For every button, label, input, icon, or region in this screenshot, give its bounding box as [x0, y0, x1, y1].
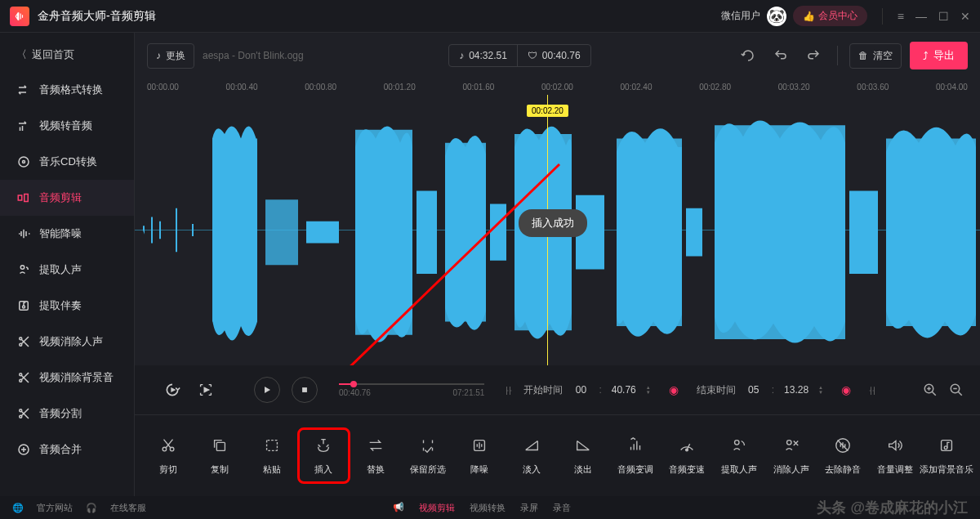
play-button[interactable]	[254, 377, 280, 403]
loop-button[interactable]	[159, 377, 185, 403]
svg-rect-20	[302, 387, 307, 392]
vip-button[interactable]: 👍 会员中心	[793, 6, 867, 26]
music-note-icon: ♪	[459, 50, 464, 61]
remove-vocal-icon	[782, 436, 801, 455]
insert-icon	[314, 436, 333, 455]
end-mm-input[interactable]	[741, 384, 767, 396]
tool-copy[interactable]: 复制	[195, 429, 246, 482]
tool-remove-silence[interactable]: 去除静音	[817, 429, 868, 482]
footer-tab-video-edit[interactable]: 视频剪辑	[419, 502, 455, 514]
stop-button[interactable]	[292, 377, 318, 403]
menu-icon[interactable]: ≡	[898, 10, 904, 23]
tool-remove-vocal[interactable]: 消除人声	[766, 429, 817, 482]
fade-in-icon	[522, 436, 541, 455]
start-spinner[interactable]: ▲▼	[646, 385, 651, 395]
sidebar-item-extract-accompaniment[interactable]: 提取伴奏	[0, 288, 134, 324]
tool-cut[interactable]: 剪切	[143, 429, 194, 482]
sidebar-item-format-convert[interactable]: 音频格式转换	[0, 72, 134, 108]
footer-tab-screen-record[interactable]: 录屏	[520, 502, 538, 514]
sidebar-item-video-to-audio[interactable]: 视频转音频	[0, 108, 134, 144]
titlebar: 金舟音频大师-音频剪辑 微信用户 🐼 👍 会员中心 ≡ — ☐ ✕	[0, 0, 980, 33]
tool-insert[interactable]: 插入	[299, 429, 350, 482]
tool-keep-selection[interactable]: 保留所选	[403, 429, 453, 482]
svg-point-30	[786, 441, 791, 445]
sidebar-item-extract-vocal[interactable]: 提取人声	[0, 252, 134, 288]
maximize-icon[interactable]: ☐	[938, 10, 949, 23]
redo-forward-button[interactable]	[801, 43, 826, 68]
replace-file-button[interactable]: ♪ 更换	[147, 43, 194, 69]
selection-play-button[interactable]	[197, 381, 215, 399]
sidebar-item-audio-split[interactable]: 音频分割	[0, 396, 134, 432]
tool-paste[interactable]: 粘贴	[247, 429, 297, 482]
shield-icon: 🛡	[528, 50, 537, 61]
tool-replace[interactable]: 替换	[350, 429, 401, 482]
zoom-in-button[interactable]	[923, 383, 938, 397]
end-ss-input[interactable]	[779, 384, 813, 396]
avatar[interactable]: 🐼	[767, 7, 786, 26]
tool-fade-in[interactable]: 淡入	[506, 429, 557, 482]
sidebar-item-cd-convert[interactable]: 音乐CD转换	[0, 144, 134, 180]
export-button[interactable]: ⤴ 导出	[910, 42, 968, 69]
accompaniment-icon	[16, 298, 31, 313]
sidebar-item-audio-merge[interactable]: 音频合并	[0, 432, 134, 468]
start-mm-input[interactable]	[568, 384, 594, 396]
sidebar-item-video-remove-bg[interactable]: 视频消除背景音	[0, 360, 134, 396]
noise-icon	[16, 226, 31, 241]
sidebar: 〈 返回首页 音频格式转换 视频转音频 音乐CD转换 音频剪辑 智能降噪 提取人…	[0, 33, 135, 496]
end-spinner[interactable]: ▲▼	[818, 385, 823, 395]
redo-back-button[interactable]	[768, 43, 793, 68]
mute-icon	[833, 436, 853, 455]
app-title: 金舟音频大师-音频剪辑	[38, 9, 721, 24]
app-logo	[10, 7, 29, 26]
clear-button[interactable]: 🗑 清空	[849, 43, 902, 69]
tool-speed[interactable]: 音频变速	[662, 429, 713, 482]
bracket-right-icon: ⸡⸡	[869, 384, 875, 396]
online-service-link[interactable]: 在线客服	[110, 502, 146, 514]
progress-bar[interactable]: 00:40.7607:21.51	[339, 383, 484, 397]
globe-icon: 🌐	[12, 503, 24, 513]
sidebar-item-audio-edit[interactable]: 音频剪辑	[0, 180, 134, 216]
cd-icon	[16, 154, 31, 169]
footer-tab-audio-record[interactable]: 录音	[553, 502, 571, 514]
tool-volume[interactable]: 音量调整	[870, 429, 920, 482]
tool-denoise[interactable]: 降噪	[454, 429, 505, 482]
sidebar-item-noise-reduce[interactable]: 智能降噪	[0, 216, 134, 252]
speed-icon	[677, 436, 697, 455]
footer-tab-video-convert[interactable]: 视频转换	[470, 502, 506, 514]
convert-icon	[16, 83, 31, 97]
back-button[interactable]: 〈 返回首页	[0, 38, 134, 72]
svg-point-8	[20, 343, 22, 346]
svg-point-10	[20, 379, 22, 382]
user-label[interactable]: 微信用户	[721, 9, 760, 23]
marker-start-icon[interactable]: ◉	[669, 383, 679, 396]
svg-marker-19	[265, 387, 270, 393]
svg-point-28	[686, 449, 688, 451]
minimize-icon[interactable]: —	[915, 10, 927, 23]
tool-pitch[interactable]: 音频变调	[610, 429, 661, 482]
sidebar-item-video-remove-vocal[interactable]: 视频消除人声	[0, 324, 134, 360]
filename-label: aespa - Don't Blink.ogg	[203, 50, 304, 61]
waveform-area[interactable]: 00:02.20 插入成功	[135, 95, 980, 365]
fade-out-icon	[573, 436, 593, 455]
undo-button[interactable]	[736, 43, 760, 68]
start-ss-input[interactable]	[607, 384, 641, 396]
thumbs-up-icon: 👍	[803, 11, 815, 22]
tool-add-bgm[interactable]: 添加背景音乐	[921, 429, 972, 482]
replace-icon	[366, 436, 385, 455]
tool-fade-out[interactable]: 淡出	[559, 429, 609, 482]
scissors-icon	[16, 370, 31, 385]
marker-end-icon[interactable]: ◉	[841, 383, 851, 396]
time-ruler: 00:00.0000:00.4000:00.8000:01.2000:01.60…	[135, 78, 980, 95]
zoom-out-button[interactable]	[949, 383, 964, 397]
scissors-icon	[16, 334, 31, 349]
pitch-icon	[626, 436, 645, 455]
svg-point-9	[20, 374, 22, 376]
video-audio-icon	[16, 119, 31, 133]
audio-edit-icon	[16, 190, 31, 205]
svg-rect-3	[24, 195, 29, 202]
tool-extract-vocal[interactable]: 提取人声	[714, 429, 764, 482]
svg-point-24	[170, 447, 174, 451]
close-icon[interactable]: ✕	[960, 10, 970, 23]
svg-point-11	[20, 409, 22, 412]
official-site-link[interactable]: 官方网站	[37, 502, 73, 514]
